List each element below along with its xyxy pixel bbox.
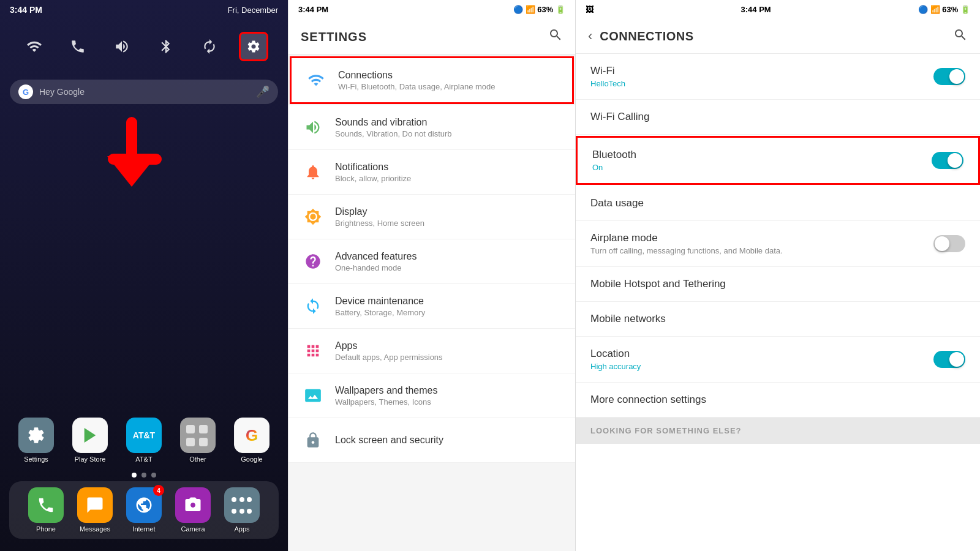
notifications-text: Notifications Block, allow, prioritize (335, 162, 563, 183)
hotspot-item-left: Mobile Hotspot and Tethering (590, 278, 965, 290)
conn-item-bluetooth[interactable]: Bluetooth On (576, 136, 980, 185)
settings-item-lock[interactable]: Lock screen and security (288, 418, 575, 463)
page-dots (0, 469, 288, 481)
settings-item-notifications[interactable]: Notifications Block, allow, prioritize (288, 150, 575, 195)
conn-item-airplane[interactable]: Airplane mode Turn off calling, messagin… (576, 221, 980, 267)
svg-marker-1 (85, 428, 96, 443)
app-google[interactable]: G Google (228, 418, 276, 463)
dock-internet[interactable]: 4 Internet (126, 487, 162, 533)
conn-item-data-usage[interactable]: Data usage (576, 186, 980, 221)
wifi-calling-item-left: Wi-Fi Calling (590, 111, 965, 123)
conn-status-icons: 🔵 📶 63% 🔋 (918, 5, 970, 14)
search-area: G Hey Google 🎤 (0, 67, 288, 110)
wifi-name: Wi-Fi (590, 65, 933, 77)
google-search-bar[interactable]: G Hey Google 🎤 (10, 80, 278, 104)
connections-text: Connections Wi-Fi, Bluetooth, Data usage… (338, 70, 560, 91)
conn-item-location[interactable]: Location High accuracy (576, 337, 980, 383)
phone-dock-label: Phone (36, 525, 56, 533)
settings-item-advanced[interactable]: Advanced features One-handed mode (288, 239, 575, 284)
connections-list: Wi-Fi HelloTech Wi-Fi Calling Bluetooth … (576, 54, 980, 551)
bluetooth-item-left: Bluetooth On (592, 149, 932, 172)
connections-icon (304, 68, 328, 92)
bluetooth-toggle[interactable] (932, 152, 963, 169)
app-other[interactable]: Other (174, 418, 222, 463)
conn-item-wifi-calling[interactable]: Wi-Fi Calling (576, 100, 980, 135)
conn-item-hotspot[interactable]: Mobile Hotspot and Tethering (576, 267, 980, 302)
playstore-app-icon[interactable] (72, 418, 108, 453)
microphone-icon[interactable]: 🎤 (256, 85, 270, 99)
dock-phone[interactable]: Phone (28, 487, 64, 533)
settings-header: SETTINGS (288, 19, 575, 55)
advanced-icon (301, 249, 325, 274)
other-app-icon[interactable] (180, 418, 216, 453)
apps-name: Apps (335, 340, 563, 351)
att-app-icon[interactable]: AT&T (126, 418, 162, 453)
lock-text: Lock screen and security (335, 435, 563, 446)
camera-dock-label: Camera (181, 525, 205, 533)
playstore-app-label: Play Store (75, 455, 106, 463)
dock-apps[interactable]: Apps (224, 487, 260, 533)
settings-item-connections[interactable]: Connections Wi-Fi, Bluetooth, Data usage… (290, 56, 574, 104)
device-icon (301, 294, 325, 318)
conn-item-more-settings[interactable]: More connection settings (576, 383, 980, 418)
location-item-left: Location High accuracy (590, 348, 933, 371)
messages-dock-label: Messages (80, 525, 110, 533)
app-playstore[interactable]: Play Store (66, 418, 114, 463)
settings-item-wallpapers[interactable]: Wallpapers and themes Wallpapers, Themes… (288, 373, 575, 418)
app-att[interactable]: AT&T AT&T (120, 418, 168, 463)
conn-status-icon: 🖼 (586, 5, 594, 14)
sounds-name: Sounds and vibration (335, 117, 563, 128)
advanced-text: Advanced features One-handed mode (335, 251, 563, 272)
internet-dock-label: Internet (132, 525, 155, 533)
settings-search-icon[interactable] (548, 28, 563, 46)
qs-rotate-icon[interactable] (195, 32, 224, 61)
settings-status-time: 3:44 PM (298, 5, 328, 14)
qs-volume-icon[interactable] (107, 32, 137, 61)
more-settings-name: More connection settings (590, 394, 965, 406)
device-name: Device maintenance (335, 296, 563, 307)
notifications-icon (301, 160, 325, 184)
settings-app-label: Settings (24, 455, 48, 463)
dock-row: Phone Messages 4 Internet (9, 481, 279, 539)
more-settings-item-left: More connection settings (590, 394, 965, 406)
connections-status-bar: 🖼 3:44 PM 🔵 📶 63% 🔋 (576, 0, 980, 19)
qs-gear-icon[interactable] (239, 32, 268, 61)
settings-item-display[interactable]: Display Brightness, Home screen (288, 195, 575, 239)
conn-item-mobile-networks[interactable]: Mobile networks (576, 302, 980, 337)
camera-dock-icon[interactable] (175, 487, 211, 523)
airplane-toggle[interactable] (933, 235, 965, 252)
apps-dock-icon[interactable] (224, 487, 260, 523)
dot-1 (132, 473, 137, 478)
messages-dock-icon[interactable] (77, 487, 113, 523)
settings-item-apps[interactable]: Apps Default apps, App permissions (288, 329, 575, 373)
dock-messages[interactable]: Messages (77, 487, 113, 533)
dock-camera[interactable]: Camera (175, 487, 211, 533)
wifi-toggle[interactable] (933, 68, 965, 85)
qs-wifi-icon[interactable] (20, 32, 49, 61)
qs-phone-icon[interactable] (63, 32, 92, 61)
quick-settings-row (0, 20, 288, 67)
airplane-toggle-knob (935, 236, 949, 251)
back-button[interactable]: ‹ (588, 28, 592, 44)
conn-item-wifi[interactable]: Wi-Fi HelloTech (576, 54, 980, 100)
location-toggle[interactable] (933, 351, 965, 368)
bluetooth-sub: On (592, 163, 932, 172)
qs-bluetooth-icon[interactable] (151, 32, 181, 61)
settings-item-device[interactable]: Device maintenance Battery, Storage, Mem… (288, 284, 575, 329)
lock-icon (301, 428, 325, 452)
google-placeholder: Hey Google (39, 87, 250, 97)
svg-marker-0 (107, 156, 156, 187)
google-app-icon[interactable]: G (234, 418, 270, 453)
app-settings[interactable]: Settings (12, 418, 60, 463)
location-toggle-knob (949, 352, 964, 367)
internet-dock-icon[interactable]: 4 (126, 487, 162, 523)
connections-desc: Wi-Fi, Bluetooth, Data usage, Airplane m… (338, 82, 560, 91)
settings-item-sounds[interactable]: Sounds and vibration Sounds, Vibration, … (288, 105, 575, 150)
settings-status-bar: 3:44 PM 🔵 📶 63% 🔋 (288, 0, 575, 19)
connections-search-icon[interactable] (953, 28, 968, 45)
settings-app-icon[interactable] (18, 418, 54, 453)
google-app-label: Google (241, 455, 262, 463)
phone-dock-icon[interactable] (28, 487, 64, 523)
other-app-label: Other (189, 455, 206, 463)
data-usage-item-left: Data usage (590, 197, 965, 209)
